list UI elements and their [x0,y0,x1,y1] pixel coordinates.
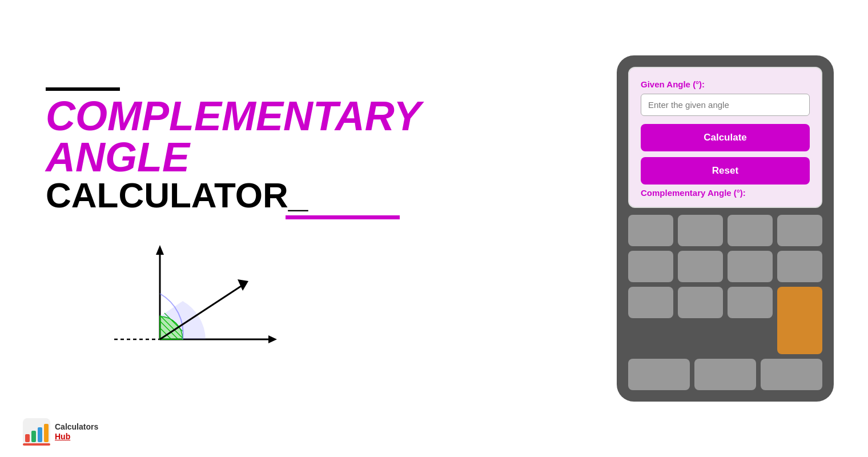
keypad-row-4 [628,359,822,390]
keypad-row-1 [628,215,822,246]
keypad-row-2 [628,251,822,282]
key-14[interactable] [761,359,822,390]
logo: Calculators Hub [23,418,98,446]
key-orange[interactable] [777,287,822,354]
svg-rect-13 [31,431,36,442]
calculator-screen: Given Angle (°): Calculate Reset Complem… [628,67,822,208]
diagram-svg [103,242,286,368]
angle-input[interactable] [641,94,810,116]
key-13[interactable] [694,359,756,390]
title-underline-decoration [286,215,400,219]
key-3[interactable] [728,215,773,246]
calculate-button[interactable]: Calculate [641,124,810,151]
logo-name1: Calculators [55,422,98,432]
key-11[interactable] [728,287,773,318]
input-label: Given Angle (°): [641,79,810,89]
title-line3: CALCULATOR_ [46,178,421,213]
angle-diagram [103,242,286,370]
result-label: Complementary Angle (°): [641,188,810,198]
key-12[interactable] [628,359,690,390]
svg-rect-15 [44,424,49,442]
key-8[interactable] [777,251,822,282]
title-line2: ANGLE [46,137,421,178]
keypad [628,215,822,390]
svg-rect-16 [23,443,50,446]
left-section: COMPLEMENTARY ANGLE CALCULATOR_ [34,87,617,370]
key-4[interactable] [777,215,822,246]
key-1[interactable] [628,215,673,246]
key-10[interactable] [678,287,723,318]
logo-text: Calculators Hub [55,422,98,442]
keypad-row-3 [628,287,822,354]
svg-rect-14 [38,427,42,442]
key-7[interactable] [728,251,773,282]
reset-button[interactable]: Reset [641,157,810,185]
svg-marker-2 [268,335,277,343]
svg-marker-4 [156,245,164,255]
key-6[interactable] [678,251,723,282]
key-5[interactable] [628,251,673,282]
svg-rect-12 [25,434,30,442]
svg-marker-10 [238,279,248,291]
title-bar-decoration [46,87,120,91]
calculator-device: Given Angle (°): Calculate Reset Complem… [617,55,834,402]
logo-name2: Hub [55,432,98,442]
logo-icon [23,418,50,446]
key-2[interactable] [678,215,723,246]
title-line1: COMPLEMENTARY [46,95,421,137]
title-block: COMPLEMENTARY ANGLE CALCULATOR_ [46,87,421,219]
key-9[interactable] [628,287,673,318]
